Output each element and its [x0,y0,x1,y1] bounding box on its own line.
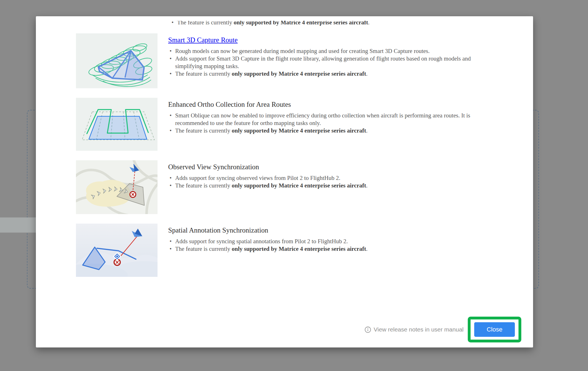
ortho-collection-illustration [76,98,158,151]
feature-bullet-list: Rough models can now be generated during… [168,47,494,78]
smart-3d-capture-route-link[interactable]: Smart 3D Capture Route [168,36,238,45]
feature-section-spatial-annotation: Spatial Annotation Synchronization Adds … [76,224,494,277]
info-icon [365,326,371,333]
bullet-item: The feature is currently only supported … [168,70,494,78]
feature-title: Enhanced Ortho Collection for Area Route… [168,100,494,109]
close-button-highlight-box: Close [468,317,521,342]
feature-section-smart-3d-capture: Smart 3D Capture Route Rough models can … [76,33,494,88]
feature-text-column: Observed View Synchronization Adds suppo… [168,160,494,214]
bullet-text: The feature is currently [177,21,234,26]
feature-text-column: Smart 3D Capture Route Rough models can … [168,33,494,88]
spatial-annotation-illustration [76,224,158,277]
release-notes-scroll-area[interactable]: The feature is currently only supported … [36,21,533,311]
release-notes-modal: The feature is currently only supported … [36,16,533,347]
feature-bullet-list: Adds support for syncing spatial annotat… [168,238,494,253]
clipped-bullet-line: The feature is currently only supported … [170,21,494,26]
bullet-text-bold: only supported by Matrice 4 enterprise s… [234,21,368,26]
feature-section-observed-view: Observed View Synchronization Adds suppo… [76,160,494,214]
feature-title: Observed View Synchronization [168,163,494,171]
feature-bullet-list: Smart Oblique can now be enabled to impr… [168,112,494,135]
bullet-item: The feature is currently only supported … [168,127,494,135]
feature-title: Spatial Annotation Synchronization [168,226,494,235]
bullet-item: The feature is currently only supported … [168,182,494,189]
bullet-item: Adds support for Smart 3D Capture in the… [168,55,494,70]
modal-footer: View release notes in user manual Close [365,317,521,342]
bullet-item: Rough models can now be generated during… [168,47,494,55]
background-element [0,217,36,233]
smart-3d-capture-illustration [76,33,158,88]
feature-text-column: Spatial Annotation Synchronization Adds … [168,224,494,277]
bullet-item: Adds support for syncing observed views … [168,174,494,182]
bullet-item: Smart Oblique can now be enabled to impr… [168,112,494,127]
feature-section-ortho-collection: Enhanced Ortho Collection for Area Route… [76,98,494,151]
feature-text-column: Enhanced Ortho Collection for Area Route… [168,98,494,151]
screen: The feature is currently only supported … [0,0,588,371]
bullet-item: The feature is currently only supported … [168,245,494,253]
observed-view-illustration [76,160,158,214]
bullet-item: Adds support for syncing spatial annotat… [168,238,494,245]
view-release-notes-label: View release notes in user manual [374,326,464,333]
feature-bullet-list: Adds support for syncing observed views … [168,174,494,189]
bullet-text: . [368,21,369,26]
close-button[interactable]: Close [474,322,515,337]
view-release-notes-link[interactable]: View release notes in user manual [365,326,464,333]
